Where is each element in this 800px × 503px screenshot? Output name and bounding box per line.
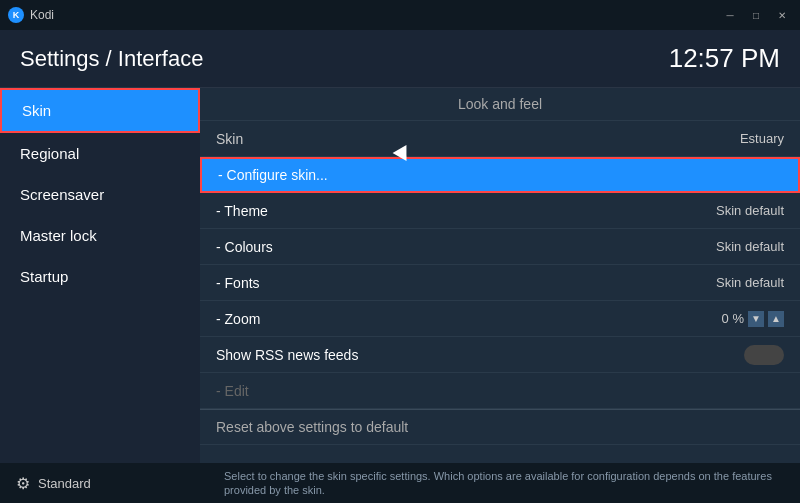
app-header: Settings / Interface 12:57 PM [0,30,800,88]
zoom-value: 0 % ▼ ▲ [722,311,784,327]
sidebar-item-startup[interactable]: Startup [0,256,200,297]
fonts-row[interactable]: - Fonts Skin default [200,265,800,301]
content-area: Look and feel Skin Estuary - Configure s… [200,88,800,463]
zoom-controls[interactable]: ▼ ▲ [748,311,784,327]
sidebar-item-master-lock[interactable]: Master lock [0,215,200,256]
skin-label-row: Skin Estuary [200,121,800,157]
fonts-value: Skin default [716,275,784,290]
reset-label: Reset above settings to default [216,419,408,435]
skin-label: Skin [216,131,243,147]
reset-row[interactable]: Reset above settings to default [200,409,800,445]
rss-row[interactable]: Show RSS news feeds [200,337,800,373]
minimize-button[interactable]: ─ [720,8,740,22]
kodi-logo-icon: K [8,7,24,23]
title-bar-left: K Kodi [8,7,54,23]
zoom-label: - Zoom [216,311,260,327]
skin-value: Estuary [740,131,784,146]
fonts-label: - Fonts [216,275,260,291]
sidebar-item-regional[interactable]: Regional [0,133,200,174]
gear-icon: ⚙ [16,474,30,493]
title-bar: K Kodi ─ □ ✕ [0,0,800,30]
rss-toggle-switch[interactable] [744,345,784,365]
rss-label: Show RSS news feeds [216,347,358,363]
zoom-down-button[interactable]: ▼ [748,311,764,327]
page-title: Settings / Interface [20,46,203,72]
main-layout: Skin Regional Screensaver Master lock St… [0,88,800,463]
colours-label: - Colours [216,239,273,255]
configure-skin-row[interactable]: - Configure skin... [200,157,800,193]
sidebar-item-screensaver[interactable]: Screensaver [0,174,200,215]
sidebar-item-skin[interactable]: Skin [0,88,200,133]
zoom-row[interactable]: - Zoom 0 % ▼ ▲ [200,301,800,337]
configure-skin-label: - Configure skin... [218,167,328,183]
app-footer: ⚙ Standard Select to change the skin spe… [0,463,800,503]
rss-toggle[interactable] [744,345,784,365]
footer-hint: Select to change the skin specific setti… [224,469,784,498]
edit-row: - Edit [200,373,800,409]
theme-row[interactable]: - Theme Skin default [200,193,800,229]
section-header: Look and feel [200,88,800,121]
app-name-label: Kodi [30,8,54,22]
window-controls[interactable]: ─ □ ✕ [720,8,792,22]
close-button[interactable]: ✕ [772,8,792,22]
sidebar: Skin Regional Screensaver Master lock St… [0,88,200,463]
zoom-up-button[interactable]: ▲ [768,311,784,327]
maximize-button[interactable]: □ [746,8,766,22]
theme-value: Skin default [716,203,784,218]
theme-label: - Theme [216,203,268,219]
settings-list: Skin Estuary - Configure skin... - Theme… [200,121,800,463]
footer-level[interactable]: ⚙ Standard [16,474,91,493]
colours-row[interactable]: - Colours Skin default [200,229,800,265]
level-label: Standard [38,476,91,491]
edit-label: - Edit [216,383,249,399]
colours-value: Skin default [716,239,784,254]
clock-display: 12:57 PM [669,43,780,74]
